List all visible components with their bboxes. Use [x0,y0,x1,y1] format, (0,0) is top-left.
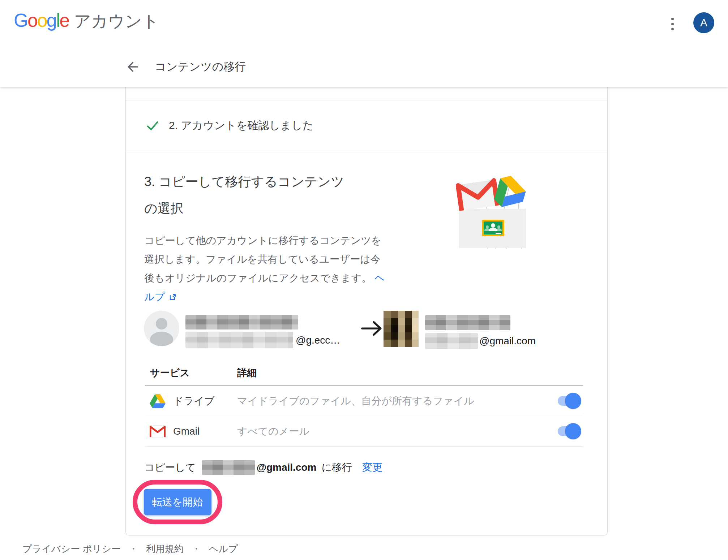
copy-prefix: コピーして [144,461,196,474]
source-email-suffix: @g.ecc… [296,335,340,346]
check-icon [146,119,159,133]
product-name: アカウント [74,10,159,33]
services-table: サービス 詳細 ドライブ マイドライブのファイル、自分が所有するファイル [145,363,583,447]
column-header-detail: 詳細 [237,366,257,379]
service-name: Gmail [173,426,200,437]
copy-destination-line: コピーして @gmail.com に移行 変更 [144,459,382,476]
column-header-service: サービス [150,366,190,379]
copy-suffix: に移行 [321,461,352,474]
start-transfer-button[interactable]: 転送を開始 [144,489,211,515]
classroom-icon [482,220,504,236]
change-link[interactable]: 変更 [362,461,382,474]
drive-icon [150,393,166,409]
source-account-email-blurred [185,332,293,348]
google-logo: Google [14,9,69,31]
table-row-gmail: Gmail すべてのメール [145,416,583,447]
services-illustration-image [453,168,529,249]
footer: プライバシー ポリシー ・ 利用規約 ・ ヘルプ [22,543,238,555]
destination-email-suffix: @gmail.com [479,335,536,347]
gmail-envelope [458,180,497,211]
service-detail: マイドライブのファイル、自分が所有するファイル [237,394,474,408]
account-avatar[interactable]: A [693,12,714,33]
step2-label: 2. アカウントを確認しました [169,118,313,133]
footer-link-privacy[interactable]: プライバシー ポリシー [22,543,121,555]
subheader: コンテンツの移行 [0,58,728,79]
step3-title: 3. コピーして移行するコンテンツ の選択 [144,168,344,222]
copy-email-blurred [202,460,255,475]
highlight-annotation-ring: 転送を開始 [133,480,222,524]
google-account-logo[interactable]: Google アカウント [14,9,159,33]
transfer-card: 2. アカウントを確認しました 3. コピーして移行するコンテンツ の選択 [125,87,608,535]
drive-toggle[interactable] [558,396,579,406]
table-row-drive: ドライブ マイドライブのファイル、自分が所有するファイル [145,386,583,416]
footer-link-terms[interactable]: 利用規約 [146,543,184,555]
destination-account-name-blurred [425,315,510,330]
app-header: Google アカウント A コンテンツの移行 [0,0,728,87]
service-detail: すべてのメール [237,425,309,438]
destination-account-email-blurred [425,333,478,349]
service-name: ドライブ [173,394,215,408]
footer-link-help[interactable]: ヘルプ [209,543,238,555]
previous-section-edge [126,87,607,100]
services-table-header: サービス 詳細 [145,363,583,386]
page-title: コンテンツの移行 [155,59,246,74]
more-options-icon[interactable] [665,14,680,33]
source-account-name-blurred [185,315,298,329]
back-arrow-icon[interactable] [125,59,140,74]
external-link-icon[interactable] [168,289,177,307]
step3-description: コピーして他のアカウントに移行するコンテンツを選択します。ファイルを共有している… [144,231,387,307]
gmail-icon [150,423,166,440]
destination-avatar-blurred [384,311,419,347]
footer-separator: ・ [129,543,138,555]
step2-row: 2. アカウントを確認しました [126,100,607,151]
footer-separator: ・ [192,543,201,555]
source-avatar-placeholder [144,311,179,346]
transfer-arrow-icon [359,316,384,341]
gmail-toggle[interactable] [558,426,579,436]
copy-email-suffix: @gmail.com [257,462,317,473]
